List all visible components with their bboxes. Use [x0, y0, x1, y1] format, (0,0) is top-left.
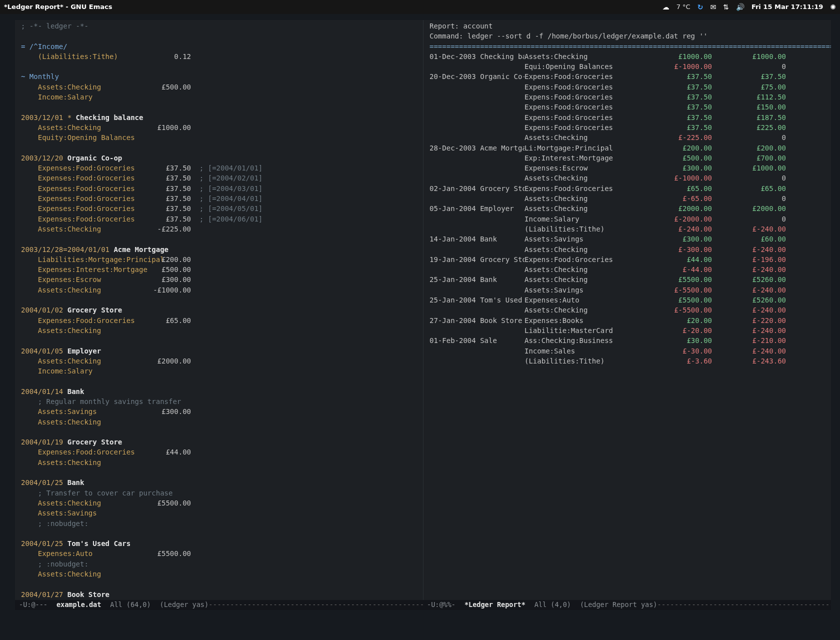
- workspace: ; -*- ledger -*- = /^Income/ (Liabilitie…: [0, 14, 840, 640]
- report-row: Assets:Checking£-300.00£-240.00: [430, 244, 827, 254]
- weather-temp: 7 °C: [676, 2, 690, 12]
- report-row: Exp:Interest:Mortgage£500.00£700.00: [430, 153, 827, 163]
- report-row: 14-Jan-2004 BankAssets:Savings£300.00£60…: [430, 234, 827, 244]
- buffer-name: *Ledger Report*: [464, 600, 526, 610]
- report-row: Expens:Food:Groceries£37.50£150.00: [430, 102, 827, 112]
- report-row: Liabilitie:MasterCard£-20.00£-240.00: [430, 326, 827, 336]
- report-row: Equi:Opening Balances£-1000.000: [430, 62, 827, 72]
- scrollbar[interactable]: [5, 21, 10, 627]
- top-panel: *Ledger Report* - GNU Emacs ☁ 7 °C ↻ ✉ ⇅…: [0, 0, 840, 14]
- clock[interactable]: Fri 15 Mar 17:11:19: [752, 2, 823, 12]
- emacs-split: ; -*- ledger -*- = /^Income/ (Liabilitie…: [15, 20, 831, 600]
- buffer-position: All (4,0): [534, 600, 571, 610]
- network-icon[interactable]: ⇅: [723, 2, 729, 12]
- report-row: Expenses:Escrow£300.00£1000.00: [430, 163, 827, 173]
- report-row: Expens:Food:Groceries£37.50£187.50: [430, 112, 827, 122]
- volume-icon[interactable]: 🔊: [736, 2, 744, 12]
- modeline-dash: ----------------------------------------…: [657, 600, 831, 610]
- modeline-left[interactable]: -U:@--- example.dat All (64,0) (Ledger y…: [15, 600, 423, 610]
- report-row: Income:Salary£-2000.000: [430, 214, 827, 224]
- report-row: Expens:Food:Groceries£37.50£75.00: [430, 82, 827, 92]
- buffer-modes: (Ledger Report yas): [580, 600, 657, 610]
- refresh-icon[interactable]: ↻: [698, 2, 704, 12]
- report-row: 25-Jan-2004 Tom's Used CarsExpenses:Auto…: [430, 295, 827, 305]
- buffer-position: All (64,0): [110, 600, 150, 610]
- settings-icon[interactable]: ✺: [830, 2, 836, 12]
- modeline-state: -U:@%%-: [427, 600, 456, 610]
- report-row: Income:Sales£-30.00£-240.00: [430, 346, 827, 356]
- report-command: Command: ledger --sort d -f /home/borbus…: [430, 32, 708, 40]
- report-row: Assets:Checking£-5500.00£-240.00: [430, 305, 827, 315]
- modeline-state: -U:@---: [19, 600, 48, 610]
- report-row: 28-Dec-2003 Acme MortgageLi:Mortgage:Pri…: [430, 143, 827, 153]
- report-row: 20-Dec-2003 Organic Co-opExpens:Food:Gro…: [430, 72, 827, 82]
- emacs-frame: ; -*- ledger -*- = /^Income/ (Liabilitie…: [15, 20, 831, 610]
- report-row: 02-Jan-2004 Grocery StoreExpens:Food:Gro…: [430, 184, 827, 194]
- report-row: 01-Feb-2004 SaleAss:Checking:Business£30…: [430, 336, 827, 346]
- report-row: 27-Jan-2004 Book StoreExpenses:Books£20.…: [430, 316, 827, 326]
- report-row: Expens:Food:Groceries£37.50£225.00: [430, 122, 827, 132]
- report-row: (Liabilities:Tithe)£-3.60£-243.60: [430, 356, 827, 366]
- modeline-right[interactable]: -U:@%%- *Ledger Report* All (4,0) (Ledge…: [423, 600, 831, 610]
- report-row: Assets:Checking£-225.000: [430, 132, 827, 142]
- report-row: 01-Dec-2003 Checking balanceAssets:Check…: [430, 52, 827, 62]
- modeline-dash: ----------------------------------------…: [208, 600, 423, 610]
- ledger-source-buffer[interactable]: ; -*- ledger -*- = /^Income/ (Liabilitie…: [15, 20, 423, 600]
- mail-icon[interactable]: ✉: [710, 2, 716, 12]
- buffer-modes: (Ledger yas): [160, 600, 209, 610]
- report-row: 05-Jan-2004 EmployerAssets:Checking£2000…: [430, 204, 827, 214]
- report-row: Assets:Checking£-65.000: [430, 194, 827, 204]
- weather-icon[interactable]: ☁: [662, 2, 670, 12]
- window-title: *Ledger Report* - GNU Emacs: [4, 2, 112, 12]
- report-row: Assets:Checking£-44.00£-240.00: [430, 264, 827, 274]
- report-title: Report: account: [430, 22, 492, 30]
- report-row: 19-Jan-2004 Grocery StoreExpens:Food:Gro…: [430, 254, 827, 264]
- report-row: Assets:Checking£-1000.000: [430, 173, 827, 183]
- report-row: Expens:Food:Groceries£37.50£112.50: [430, 92, 827, 102]
- report-row: Assets:Savings£-5500.00£-240.00: [430, 285, 827, 295]
- modeline-row: -U:@--- example.dat All (64,0) (Ledger y…: [15, 600, 831, 610]
- ledger-report-buffer[interactable]: Report: account Command: ledger --sort d…: [423, 20, 831, 600]
- buffer-name: example.dat: [56, 600, 101, 610]
- report-row: 25-Jan-2004 BankAssets:Checking£5500.00£…: [430, 274, 827, 284]
- system-tray: ☁ 7 °C ↻ ✉ ⇅ 🔊 Fri 15 Mar 17:11:19 ✺: [662, 2, 836, 12]
- report-row: (Liabilities:Tithe)£-240.00£-240.00: [430, 224, 827, 234]
